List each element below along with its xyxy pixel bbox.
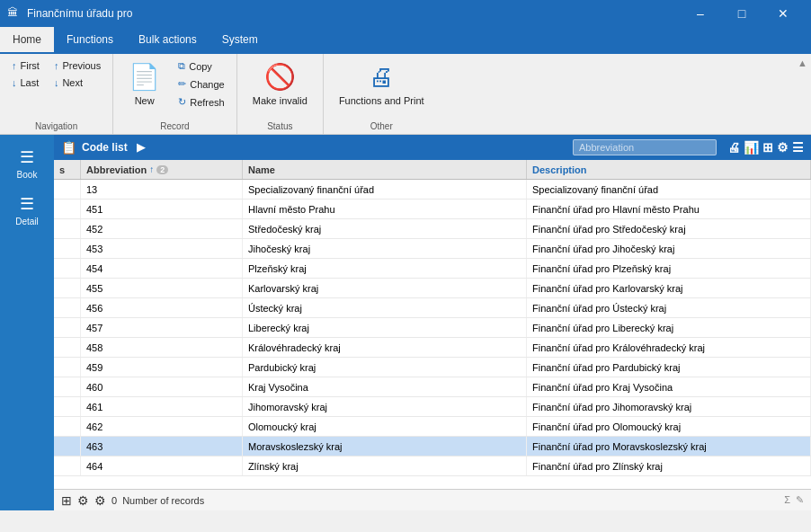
cell-abbreviation: 457 <box>81 318 243 337</box>
cell-description: Finanční úřad pro Pardubický kraj <box>527 358 811 377</box>
record-right-col: ⧉ Copy ✏ Change ↻ Refresh <box>172 58 231 111</box>
table-row[interactable]: 13 Specializovaný finanční úřad Speciali… <box>54 180 811 200</box>
print-icon[interactable]: 🖨 <box>727 140 740 155</box>
table-row[interactable]: 464 Zlínský kraj Finanční úřad pro Zlíns… <box>54 457 811 476</box>
first-button[interactable]: ↑ First <box>5 58 46 74</box>
cell-s <box>54 219 81 238</box>
col-header-description[interactable]: Description <box>527 160 811 179</box>
filter-icon[interactable]: ⚙ <box>77 493 89 508</box>
minimize-button[interactable]: – <box>680 0 721 27</box>
table-row[interactable]: 456 Ústecký kraj Finanční úřad pro Ústec… <box>54 298 811 318</box>
bottom-bar: ⊞ ⚙ ⚙ 0 Number of records Σ ✎ <box>54 489 811 510</box>
table-row[interactable]: 461 Jihomoravský kraj Finanční úřad pro … <box>54 397 811 417</box>
chart-icon[interactable]: 📊 <box>744 140 759 155</box>
table-row[interactable]: 462 Olomoucký kraj Finanční úřad pro Olo… <box>54 417 811 437</box>
make-invalid-icon: 🚫 <box>264 62 296 92</box>
cell-name: Moravskoslezský kraj <box>243 437 527 456</box>
ribbon-group-navigation: ↑ First ↓ Last ↑ Previous ↓ Next Navi <box>0 54 113 134</box>
cell-abbreviation: 13 <box>81 180 243 199</box>
new-icon: 📄 <box>129 62 160 92</box>
cell-name: Ústecký kraj <box>243 298 527 317</box>
ribbon-group-record: 📄 New ⧉ Copy ✏ Change ↻ Refresh Record <box>113 54 237 134</box>
other-label: Other <box>329 120 434 134</box>
table-row[interactable]: 458 Královéhradecký kraj Finanční úřad p… <box>54 338 811 358</box>
next-button[interactable]: ↓ Next <box>48 75 107 91</box>
functions-print-icon: 🖨 <box>369 62 394 92</box>
edit-icon: ✎ <box>796 494 804 506</box>
nav-left-col: ↑ First ↓ Last <box>5 58 46 91</box>
refresh-button[interactable]: ↻ Refresh <box>172 93 231 111</box>
status-label: Status <box>243 120 317 134</box>
col-header-abbreviation[interactable]: Abbreviation ↑ 2 <box>81 160 243 179</box>
copy-button[interactable]: ⧉ Copy <box>172 58 231 75</box>
cell-name: Specializovaný finanční úřad <box>243 180 527 199</box>
next-icon: ↓ <box>54 77 59 88</box>
cell-s <box>54 358 81 377</box>
table-row[interactable]: 452 Středočeský kraj Finanční úřad pro S… <box>54 219 811 239</box>
cell-abbreviation: 451 <box>81 200 243 218</box>
functions-print-button[interactable]: 🖨 Functions and Print <box>329 58 434 111</box>
cell-abbreviation: 454 <box>81 259 243 278</box>
cell-description: Finanční úřad pro Zlínský kraj <box>527 457 811 475</box>
record-count-label: Number of records <box>122 495 204 506</box>
refresh-icon: ↻ <box>178 96 186 108</box>
table-row[interactable]: 454 Plzeňský kraj Finanční úřad pro Plze… <box>54 259 811 279</box>
table-row[interactable]: 463 Moravskoslezský kraj Finanční úřad p… <box>54 437 811 457</box>
layout-icon[interactable]: ⊞ <box>762 140 773 155</box>
cell-s <box>54 457 81 475</box>
cell-description: Finanční úřad pro Středočeský kraj <box>527 219 811 238</box>
sort-asc-icon: ↑ <box>149 164 154 174</box>
tab-home[interactable]: Home <box>0 27 54 54</box>
table-row[interactable]: 455 Karlovarský kraj Finanční úřad pro K… <box>54 279 811 298</box>
col-header-name[interactable]: Name <box>243 160 527 179</box>
tab-bulk-actions[interactable]: Bulk actions <box>126 27 209 54</box>
book-icon: ☰ <box>20 147 34 167</box>
sidebar-detail-button[interactable]: ☰ Detail <box>4 189 50 232</box>
tab-functions[interactable]: Functions <box>54 27 126 54</box>
ribbon-group-status: 🚫 Make invalid Status <box>237 54 324 134</box>
cell-s <box>54 279 81 297</box>
status-buttons: 🚫 Make invalid <box>243 58 317 120</box>
settings-icon[interactable]: ⚙ <box>777 140 789 155</box>
table-header-bar: 📋 Code list ▶ 🖨 📊 ⊞ ⚙ ☰ <box>54 135 811 160</box>
maximize-button[interactable]: □ <box>721 0 762 27</box>
window-controls: – □ ✕ <box>680 0 804 27</box>
table-row[interactable]: 460 Kraj Vysočina Finanční úřad pro Kraj… <box>54 377 811 397</box>
tab-system[interactable]: System <box>209 27 271 54</box>
col-header-s: s <box>54 160 81 179</box>
cell-s <box>54 397 81 416</box>
cell-name: Zlínský kraj <box>243 457 527 475</box>
new-button[interactable]: 📄 New <box>119 58 170 111</box>
ribbon: ↑ First ↓ Last ↑ Previous ↓ Next Navi <box>0 54 811 135</box>
window-title: Finančnímu úřadu pro <box>27 7 680 20</box>
cell-name: Plzeňský kraj <box>243 259 527 278</box>
make-invalid-button[interactable]: 🚫 Make invalid <box>243 58 317 111</box>
table-title: Code list <box>82 141 128 154</box>
ribbon-collapse-icon[interactable]: ▲ <box>798 58 807 68</box>
table-arrow-icon: ▶ <box>137 141 145 154</box>
cell-description: Finanční úřad pro Jihočeský kraj <box>527 239 811 258</box>
settings2-icon[interactable]: ⚙ <box>94 493 106 508</box>
change-button[interactable]: ✏ Change <box>172 75 231 93</box>
cell-description: Finanční úřad pro Jihomoravský kraj <box>527 397 811 416</box>
cell-s <box>54 180 81 199</box>
close-button[interactable]: ✕ <box>762 0 804 27</box>
menu-icon[interactable]: ☰ <box>792 140 804 155</box>
table-row[interactable]: 459 Pardubický kraj Finanční úřad pro Pa… <box>54 358 811 377</box>
cell-abbreviation: 461 <box>81 397 243 416</box>
table-list-icon: 📋 <box>61 140 76 155</box>
menubar: Home Functions Bulk actions System <box>0 27 811 54</box>
cell-description: Finanční úřad pro Karlovarský kraj <box>527 279 811 297</box>
last-button[interactable]: ↓ Last <box>5 75 46 91</box>
cell-abbreviation: 460 <box>81 377 243 396</box>
table-row[interactable]: 453 Jihočeský kraj Finanční úřad pro Jih… <box>54 239 811 259</box>
previous-button[interactable]: ↑ Previous <box>48 58 107 74</box>
table-row[interactable]: 451 Hlavní město Prahu Finanční úřad pro… <box>54 200 811 219</box>
sidebar-book-button[interactable]: ☰ Book <box>4 142 50 185</box>
table-toolbar-icons: 🖨 📊 ⊞ ⚙ ☰ <box>727 140 804 155</box>
search-input[interactable] <box>573 139 717 155</box>
cell-s <box>54 200 81 218</box>
cell-name: Kraj Vysočina <box>243 377 527 396</box>
cell-description: Finanční úřad pro Olomoucký kraj <box>527 417 811 436</box>
table-row[interactable]: 457 Liberecký kraj Finanční úřad pro Lib… <box>54 318 811 338</box>
